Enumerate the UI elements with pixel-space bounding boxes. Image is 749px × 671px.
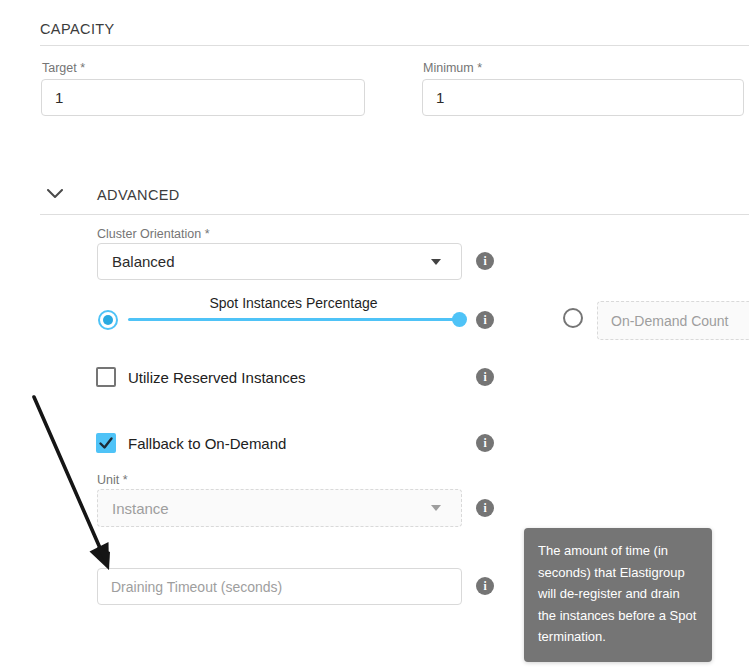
cluster-orientation-value: Balanced bbox=[98, 253, 431, 270]
advanced-section-title: ADVANCED bbox=[97, 187, 180, 203]
chevron-down-icon[interactable] bbox=[47, 189, 63, 199]
target-input[interactable] bbox=[41, 79, 365, 116]
draining-timeout-tooltip: The amount of time (in seconds) that Ela… bbox=[524, 528, 712, 662]
dropdown-caret-icon bbox=[431, 259, 441, 265]
spot-percentage-info-icon[interactable]: i bbox=[476, 311, 494, 329]
fallback-label: Fallback to On-Demand bbox=[128, 435, 286, 452]
minimum-input[interactable] bbox=[422, 79, 744, 116]
cluster-orientation-label: Cluster Orientation * bbox=[97, 227, 210, 241]
tooltip-text: The amount of time (in seconds) that Ela… bbox=[538, 543, 696, 644]
unit-value: Instance bbox=[98, 500, 431, 517]
on-demand-count-radio[interactable] bbox=[563, 308, 583, 328]
on-demand-count-input[interactable] bbox=[597, 301, 749, 340]
cluster-orientation-info-icon[interactable]: i bbox=[476, 252, 494, 270]
draining-timeout-info-icon[interactable]: i bbox=[476, 577, 494, 595]
advanced-divider bbox=[40, 214, 749, 215]
capacity-section-title: CAPACITY bbox=[40, 21, 115, 37]
dropdown-caret-icon bbox=[431, 505, 441, 511]
spot-percentage-slider-track[interactable] bbox=[128, 318, 459, 321]
utilize-reserved-checkbox[interactable] bbox=[96, 367, 116, 387]
unit-select: Instance bbox=[97, 489, 462, 527]
utilize-reserved-label: Utilize Reserved Instances bbox=[128, 369, 306, 386]
cluster-orientation-select[interactable]: Balanced bbox=[97, 243, 462, 280]
check-icon bbox=[98, 435, 114, 451]
elastigroup-capacity-form: CAPACITY Target * Minimum * ADVANCED Clu… bbox=[0, 0, 749, 671]
spot-percentage-radio[interactable] bbox=[98, 310, 118, 330]
spot-percentage-slider-thumb[interactable] bbox=[452, 312, 467, 327]
utilize-reserved-info-icon[interactable]: i bbox=[476, 368, 494, 386]
unit-label: Unit * bbox=[97, 473, 128, 487]
capacity-divider bbox=[40, 45, 749, 46]
minimum-label: Minimum * bbox=[423, 61, 482, 75]
draining-timeout-input[interactable] bbox=[97, 568, 462, 605]
target-label: Target * bbox=[42, 61, 85, 75]
fallback-info-icon[interactable]: i bbox=[476, 434, 494, 452]
unit-info-icon[interactable]: i bbox=[476, 499, 494, 517]
fallback-checkbox[interactable] bbox=[96, 433, 116, 453]
spot-percentage-label: Spot Instances Percentage bbox=[128, 295, 459, 311]
